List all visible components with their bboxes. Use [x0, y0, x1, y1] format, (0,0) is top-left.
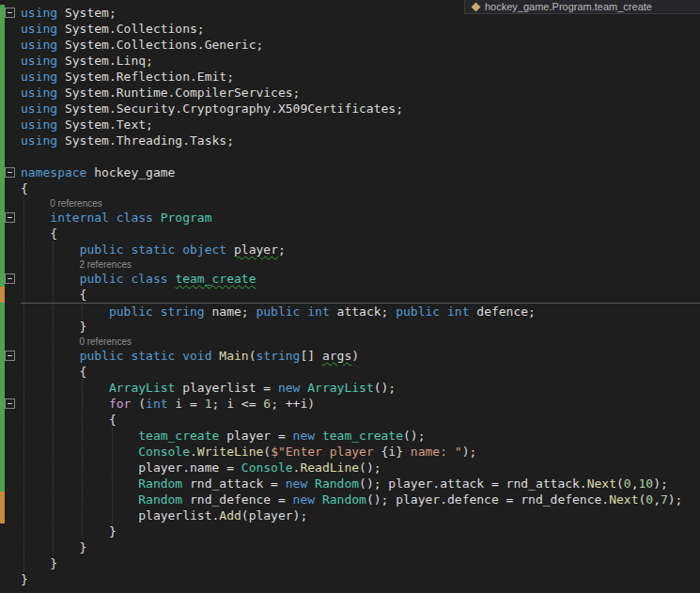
fold-collapse-button[interactable] [5, 212, 15, 223]
code-token: WriteLine [197, 445, 263, 459]
fold-collapse-button[interactable] [5, 167, 15, 178]
code-token [153, 211, 161, 225]
code-line[interactable]: using System.Linq; [21, 53, 700, 69]
codelens-references[interactable]: 0 references [21, 197, 102, 211]
code-token: args [322, 349, 351, 363]
code-line[interactable]: player.name = Console.ReadLine(); [21, 460, 700, 476]
code-line[interactable]: { [21, 412, 700, 428]
code-token: team_create [175, 272, 256, 286]
code-line[interactable]: { [21, 226, 700, 242]
codelens-references[interactable]: 2 references [21, 258, 132, 272]
code-token: new [293, 492, 315, 507]
code-line[interactable]: { [21, 180, 700, 196]
code-token: 7 [661, 492, 668, 507]
fold-collapse-button[interactable] [5, 273, 15, 284]
code-token [315, 492, 322, 507]
code-line[interactable]: playerlist.Add(player); [21, 507, 700, 523]
code-line[interactable]: using System.Runtime.CompilerServices; [21, 85, 700, 101]
change-mark-saved [0, 5, 5, 287]
code-token [21, 492, 138, 507]
code-token: System; [57, 6, 117, 20]
code-token: public int [396, 304, 469, 319]
code-token: Next [609, 492, 638, 507]
code-token: ( [131, 397, 146, 411]
code-token: using [21, 38, 57, 52]
code-line[interactable]: namespace hockey_game [21, 164, 700, 180]
code-line[interactable]: Random rnd_attack = new Random(); player… [21, 476, 700, 492]
codelens-row[interactable]: 2 references [21, 257, 700, 271]
code-token [21, 381, 109, 395]
codelens-row[interactable]: 0 references [21, 335, 700, 348]
scope-breadcrumb-label: hockey_game.Program.team_create [485, 1, 652, 12]
code-line[interactable]: } [21, 571, 700, 587]
code-token: Console [138, 445, 190, 459]
class-icon [472, 2, 481, 11]
code-area: using System;using System.Collections;us… [21, 5, 700, 587]
code-token: for [109, 397, 131, 411]
code-token: ); [653, 476, 668, 491]
code-token: i = [168, 397, 205, 411]
code-line[interactable]: using System.Threading.Tasks; [21, 133, 700, 148]
fold-collapse-button[interactable] [5, 351, 15, 361]
code-token: name: " [403, 445, 462, 459]
code-token: (); [403, 429, 425, 443]
codelens-references[interactable]: 0 references [21, 336, 132, 349]
code-token: } [21, 540, 86, 554]
code-token: public static void [80, 349, 212, 363]
code-token: new [278, 381, 300, 395]
code-token: using [21, 22, 57, 36]
code-line[interactable]: using System.Collections; [21, 21, 700, 37]
code-line[interactable]: using System.Reflection.Emit; [21, 69, 700, 85]
code-token [21, 429, 138, 443]
code-line[interactable]: { [21, 287, 700, 303]
code-token: Random [315, 476, 359, 491]
code-line[interactable] [21, 148, 700, 164]
codelens-row[interactable]: 0 references [21, 196, 700, 210]
code-line[interactable]: for (int i = 1; i <= 6; ++i) [21, 396, 700, 412]
fold-collapse-button[interactable] [5, 8, 15, 18]
code-token [315, 429, 322, 443]
code-line[interactable]: } [21, 523, 700, 539]
code-line[interactable]: internal class Program [21, 210, 700, 226]
code-line[interactable]: { [21, 364, 700, 380]
code-line[interactable]: Random rnd_defence = new Random(); playe… [21, 492, 700, 507]
scope-breadcrumb[interactable]: hockey_game.Program.team_create [464, 0, 700, 14]
code-token: System.Reflection.Emit; [57, 70, 234, 84]
code-token: { [21, 413, 117, 427]
code-editor[interactable]: using System;using System.Collections;us… [0, 0, 700, 593]
code-token: ArrayList [307, 381, 373, 395]
code-token: Random [138, 476, 182, 491]
code-line[interactable]: using System.Security.Cryptography.X509C… [21, 101, 700, 117]
change-mark-unsaved [0, 492, 5, 523]
fold-collapse-button[interactable] [5, 398, 15, 409]
code-token: {i} [381, 445, 403, 459]
code-line[interactable]: using System.Collections.Generic; [21, 37, 700, 53]
code-token: using [21, 86, 57, 100]
code-token: Console [241, 460, 293, 475]
code-line[interactable]: } [21, 319, 700, 335]
code-token: 1 [205, 397, 212, 411]
code-token [21, 476, 138, 491]
code-token: int [146, 397, 167, 411]
code-line[interactable]: public string name; public int attack; p… [21, 303, 700, 319]
code-token: Main [219, 349, 248, 363]
code-line[interactable]: } [21, 555, 700, 571]
code-token: using [21, 6, 57, 20]
code-line[interactable]: public static object player; [21, 242, 700, 257]
code-line[interactable]: public static void Main(string[] args) [21, 348, 700, 364]
code-token: System.Collections.Generic; [57, 38, 263, 52]
code-line[interactable]: } [21, 539, 700, 555]
code-token: team_create [322, 429, 403, 443]
code-line[interactable]: public class team_create [21, 271, 700, 287]
code-token [21, 349, 80, 363]
code-token: public int [256, 304, 329, 319]
code-token: player [234, 242, 278, 257]
code-token: public static object [80, 242, 227, 257]
code-line[interactable]: ArrayList playerlist = new ArrayList(); [21, 380, 700, 396]
code-token: Random [322, 492, 366, 507]
code-line[interactable]: using System.Text; [21, 117, 700, 133]
code-token: ArrayList [109, 381, 175, 395]
code-line[interactable]: team_create player = new team_create(); [21, 428, 700, 444]
code-line[interactable]: Console.WriteLine($"Enter player {i} nam… [21, 444, 700, 460]
code-token: } [21, 556, 57, 570]
